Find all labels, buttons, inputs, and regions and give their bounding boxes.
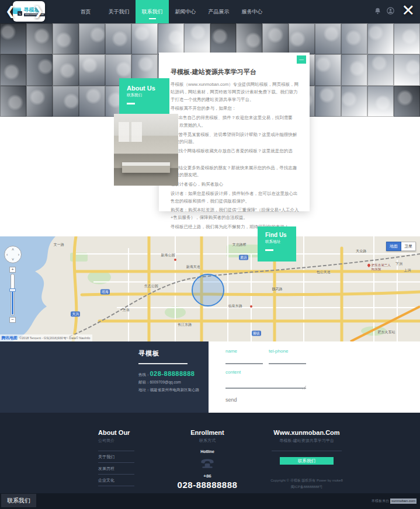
- bottom-bar: 联系我们 本模板来自 xunmoban.com: [0, 493, 420, 509]
- footer-contact-button[interactable]: 联系我们: [280, 457, 334, 465]
- viewer-next-arrow-icon[interactable]: ❯: [33, 4, 44, 19]
- hero-photo-tile: [0, 23, 26, 54]
- find-us-title: Find Us: [265, 232, 296, 238]
- footer-site-column: Www.xunmoban.Com 寻模板-建站资源共享学习平台 联系我们 Cop…: [257, 429, 356, 490]
- map-pan-control[interactable]: ˄˅‹›: [4, 246, 22, 263]
- phone-input[interactable]: [269, 358, 306, 364]
- map-zoom-control: + −: [9, 267, 16, 323]
- hero-photo-tile: [236, 23, 262, 54]
- hero-photo-tile: [367, 54, 394, 85]
- intro-paragraph-5: 3.想找个网络模板收藏夹存放自己喜爱的模板？这里就是您的选择。: [171, 148, 300, 163]
- hero-photo-tile: [131, 23, 158, 54]
- map-road-label-9: 大众路: [356, 249, 366, 254]
- user-icon[interactable]: [387, 7, 394, 15]
- intro-card-title: 寻模板-建站资源共享学习平台: [171, 68, 300, 76]
- contact-email-row: 邮箱：6009709@qq.com: [138, 380, 199, 385]
- map-town-badge-4: 撮镇: [252, 330, 261, 336]
- about-us-box[interactable]: About Us 联系我们: [119, 78, 169, 114]
- intro-paragraph-1: 寻模板（www.xunmoban.com）专业提供网站模板，网页模板，网站源码，…: [171, 81, 300, 103]
- copyright-text: Copyright © 寻模板 版权所有 Power by moke8: [257, 477, 356, 484]
- hero-photo-tile: [341, 86, 367, 117]
- content-textarea[interactable]: [225, 375, 306, 389]
- zoom-slider[interactable]: [11, 274, 15, 316]
- content-field-label: content: [225, 369, 306, 375]
- zoom-out-button[interactable]: −: [9, 317, 16, 323]
- hero-photo-tile: [53, 23, 79, 54]
- hotline-badge: Hotline: [158, 449, 257, 454]
- hero-photo-tile: [0, 54, 26, 85]
- intro-paragraph-6: 4.想结交更多热爱模板的朋友？那就快来展示您的作品，寻找志趣相投的朋友吧。: [171, 165, 300, 180]
- poi-marker-icon: [367, 263, 371, 267]
- about-us-subtitle: 联系我们: [127, 93, 169, 98]
- hero-photo-tile: [210, 23, 237, 54]
- map-road-label-8: 生态公园: [144, 283, 158, 288]
- footer-site-title: Www.xunmoban.Com: [257, 429, 356, 436]
- footer-phone-number: 028-88888888: [158, 480, 257, 490]
- nav-item-2[interactable]: 关于我们: [102, 0, 136, 23]
- hero-photo-tile: [367, 86, 394, 117]
- map-road-label-1: 新海公园: [161, 253, 175, 258]
- nav-item-4[interactable]: 新闻中心: [169, 0, 202, 23]
- map-brand[interactable]: 腾讯地图: [1, 335, 18, 341]
- footer-about-subtitle: 公司简介: [98, 438, 158, 444]
- email-label: 邮箱：: [138, 380, 150, 384]
- nav-item-1[interactable]: 首页: [69, 0, 102, 23]
- map-road-label-11: 上涧: [404, 267, 411, 273]
- location-map[interactable]: 地图 卫星 ˄˅‹› + − 腾讯地图 ©2018 Tencent - GS(2…: [0, 236, 420, 341]
- map-road-label-3: 文忠路桥: [232, 242, 247, 247]
- intro-paragraph-2: 寻模板离不开您的参与，如果您：: [171, 105, 300, 113]
- hero-photo-tile: [53, 86, 79, 117]
- footer-links: 关于我们发展历程企业文化: [98, 451, 134, 486]
- contact-hotline-row: 热线：028-88888888: [138, 370, 199, 378]
- nav-item-3[interactable]: 联系我们: [136, 0, 169, 23]
- viewer-close-icon[interactable]: ✕: [401, 0, 415, 21]
- footer: About Our 公司简介 关于我们发展历程企业文化 Enrollment 联…: [0, 413, 420, 493]
- find-us-box[interactable]: Find Us 联系地址: [258, 226, 296, 262]
- hero-photo-tile: [289, 23, 315, 54]
- find-us-subtitle: 联系地址: [265, 239, 296, 245]
- hotline-label: 热线：: [138, 372, 150, 376]
- map-mode-button[interactable]: 地图: [386, 242, 401, 251]
- map-town-badge-2: 大兴: [71, 312, 80, 317]
- footer-link-1[interactable]: 关于我们: [98, 451, 134, 463]
- nav-item-6[interactable]: 服务中心: [235, 0, 269, 23]
- credit-brand-link[interactable]: xunmoban.com: [390, 498, 416, 504]
- hero-photo-tile: [26, 86, 53, 117]
- nav-item-5[interactable]: 产品展示: [202, 0, 235, 23]
- map-road-label-6: 长江东路: [178, 322, 192, 327]
- contact-us-chip[interactable]: 联系我们: [1, 494, 36, 507]
- address-value: 福建省泉州市电商新区聚心路: [150, 388, 200, 392]
- zoom-in-button[interactable]: +: [9, 267, 16, 273]
- card-minimize-button[interactable]: —: [297, 55, 306, 64]
- footer-link-3[interactable]: 企业文化: [98, 475, 134, 486]
- hero-photo-tile: [394, 54, 420, 85]
- footer-divider: [272, 451, 342, 451]
- map-road-label-7: 方庙: [123, 308, 130, 313]
- hero-photo-tile: [394, 86, 420, 117]
- find-us-dash: [265, 249, 273, 251]
- hero-photo-tile: [394, 23, 420, 54]
- viewer-prev-arrow-icon[interactable]: ❮: [5, 4, 16, 19]
- hero-photo-tile: [0, 86, 26, 117]
- hero-photo-tile: [367, 23, 394, 54]
- hero-photo-tile: [262, 23, 289, 54]
- phone-prefix: +86: [158, 473, 257, 479]
- office-photo: [114, 114, 178, 186]
- footer-link-2[interactable]: 发展历程: [98, 463, 134, 475]
- satellite-mode-button[interactable]: 卫星: [401, 242, 416, 251]
- name-input[interactable]: [225, 358, 263, 364]
- zoom-slider-thumb[interactable]: [9, 288, 16, 292]
- bell-icon[interactable]: [374, 7, 381, 15]
- intro-paragraph-4: 2.苦苦寻觅某套模板、迫切希望得到设计帮助？这里或许能很快解决您的问题。: [171, 131, 300, 147]
- address-label: 地址：: [138, 388, 150, 392]
- send-button[interactable]: send: [225, 397, 237, 403]
- map-town-badge-1: 瑶海: [100, 290, 110, 295]
- hero-photo-tile: [79, 54, 105, 85]
- hero-photo-tile: [315, 54, 341, 85]
- map-road-label-2: 新海大道: [186, 264, 200, 270]
- credit-text: 本模板来自: [372, 498, 389, 504]
- map-road-label-5: 临泉东路: [228, 303, 242, 308]
- map-road-label-13: 文一路: [54, 242, 64, 247]
- hero-photo-tile: [315, 86, 341, 117]
- hero-photo-tile: [79, 23, 105, 54]
